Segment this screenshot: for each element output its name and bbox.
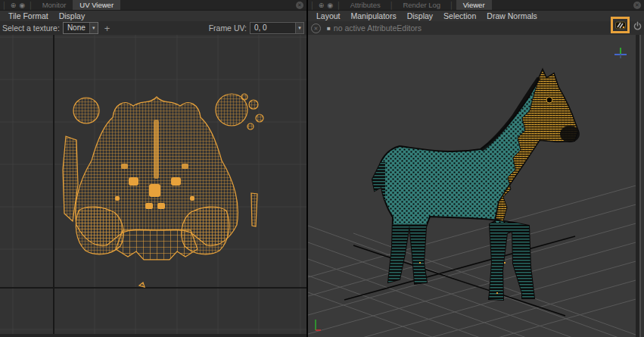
- viewer-canvas[interactable]: [308, 35, 644, 337]
- frame-uv-label: Frame UV:: [209, 23, 247, 33]
- tab-attributes[interactable]: Attributes: [344, 0, 387, 10]
- shader-tool-icon: [614, 20, 627, 30]
- separator: │: [450, 2, 454, 9]
- horse-muzzle: [560, 126, 580, 142]
- frame-uv-dropdown[interactable]: 0, 0 ▾: [250, 22, 304, 34]
- attribute-editor-bullet-icon: ■: [327, 25, 331, 32]
- tab-viewer[interactable]: Viewer: [456, 0, 492, 10]
- menu-manipulators[interactable]: Manipulators: [346, 11, 402, 20]
- uv-fragment: [256, 114, 263, 122]
- uv-fragment: [249, 100, 258, 109]
- frame-uv-value: 0, 0: [250, 23, 295, 33]
- highlighted-tool-box[interactable]: [611, 17, 630, 33]
- uv-shell-strip-right: [251, 193, 257, 226]
- panel-menu-icon[interactable]: ◉: [19, 2, 25, 9]
- separator: │: [2, 2, 7, 9]
- add-texture-button[interactable]: +: [104, 23, 110, 33]
- menu-display[interactable]: Display: [402, 11, 438, 20]
- uv-viewer-toolbar: Select a texture: None ▾ + Frame UV: 0, …: [0, 21, 306, 36]
- texture-select-value: None: [64, 23, 89, 33]
- uv-shells: [63, 94, 263, 287]
- menu-display[interactable]: Display: [54, 11, 90, 20]
- horse-model[interactable]: [369, 70, 580, 307]
- tab-uv-viewer[interactable]: UV Viewer: [73, 0, 120, 10]
- add-tab-icon[interactable]: ⊕: [319, 2, 325, 9]
- separator: │: [337, 2, 341, 9]
- close-panel-button[interactable]: ✕: [633, 2, 641, 9]
- uv-shell-hoof-left: [76, 207, 123, 254]
- application-window: │ ⊕ ◉ │ Monitor UV Viewer ✕ Tile Format …: [0, 0, 644, 337]
- menu-selection[interactable]: Selection: [438, 11, 481, 20]
- separator: │: [390, 2, 394, 9]
- world-axis-gizmo: [316, 320, 321, 330]
- uv-canvas[interactable]: [0, 35, 306, 337]
- panel-menu-icon[interactable]: ◉: [327, 2, 333, 9]
- uv-viewer-menu-bar: Tile Format Display: [0, 11, 306, 21]
- texture-select-dropdown[interactable]: None ▾: [63, 22, 98, 34]
- uv-viewport[interactable]: [0, 35, 306, 337]
- uv-shell-ear-left: [73, 98, 99, 123]
- viewer-panel: │ ⊕ ◉ │ Attributes │ Render Log │ Viewer…: [308, 0, 644, 337]
- close-icon: ✕: [297, 2, 302, 8]
- clear-attribute-editors-button[interactable]: ✕: [311, 23, 321, 33]
- viewer-menu-bar: Layout Manipulators Display Selection Dr…: [308, 11, 644, 21]
- close-icon: ✕: [635, 2, 639, 8]
- status-message: no active AttributeEditors: [334, 23, 422, 33]
- uv-shell-hoof-right: [182, 207, 229, 254]
- separator: │: [310, 2, 315, 9]
- uv-fragment: [247, 123, 254, 129]
- horse-eye: [546, 97, 552, 103]
- left-panel-tab-bar: │ ⊕ ◉ │ Monitor UV Viewer ✕: [0, 0, 306, 11]
- right-edge-scrollbar[interactable]: [636, 35, 644, 337]
- texture-select-label: Select a texture:: [2, 23, 60, 33]
- viewer-status-bar: ✕ ■ no active AttributeEditors: [308, 21, 644, 36]
- camera-axis-gizmo: [614, 48, 627, 58]
- dropdown-arrow-icon[interactable]: ▾: [295, 23, 303, 33]
- close-panel-button[interactable]: ✕: [296, 2, 303, 9]
- uv-fragment: [241, 94, 247, 100]
- viewer-viewport[interactable]: [308, 35, 644, 337]
- uv-fragment: [139, 282, 145, 287]
- separator: │: [29, 2, 33, 9]
- close-icon: ✕: [314, 26, 319, 31]
- menu-layout[interactable]: Layout: [311, 11, 346, 20]
- add-tab-icon[interactable]: ⊕: [11, 2, 17, 9]
- power-icon: [633, 21, 642, 31]
- menu-draw-normals[interactable]: Draw Normals: [481, 11, 543, 20]
- uv-viewer-panel: │ ⊕ ◉ │ Monitor UV Viewer ✕ Tile Format …: [0, 0, 306, 337]
- right-panel-tab-bar: │ ⊕ ◉ │ Attributes │ Render Log │ Viewer…: [308, 0, 644, 11]
- dropdown-arrow-icon[interactable]: ▾: [89, 23, 98, 33]
- tab-monitor[interactable]: Monitor: [36, 0, 73, 10]
- tab-render-log[interactable]: Render Log: [396, 0, 447, 10]
- menu-tile-format[interactable]: Tile Format: [3, 11, 54, 20]
- horizontal-scrollbar[interactable]: [0, 334, 306, 337]
- power-button[interactable]: [633, 20, 642, 30]
